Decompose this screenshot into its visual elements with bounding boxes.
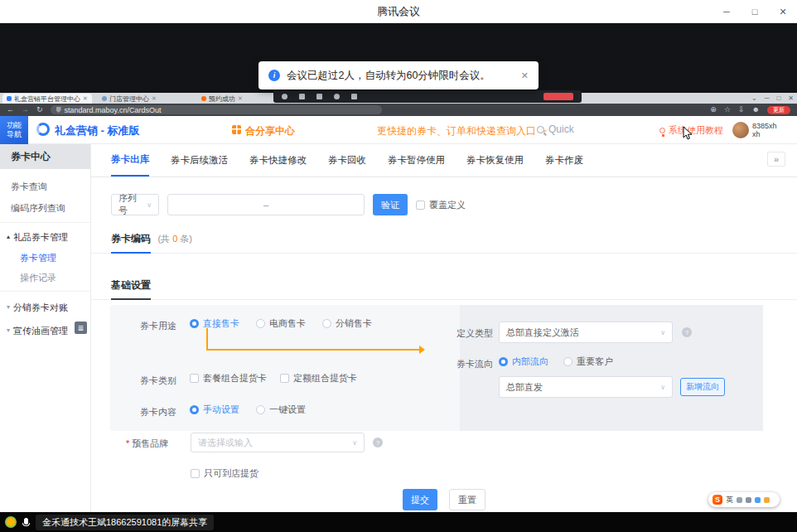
sidebar-item-operation-log[interactable]: 操作记录 [0, 268, 90, 288]
browser-tab-2[interactable]: 门店管理中心 ✕ [98, 94, 161, 104]
browser-tab-3[interactable]: 预约成功 ✕ [197, 94, 247, 104]
search-icon [537, 126, 544, 133]
minimize-button[interactable]: ─ [712, 0, 741, 23]
ime-logo-icon[interactable]: S [712, 495, 722, 505]
override-definition-checkbox[interactable]: 覆盖定义 [416, 199, 466, 211]
browser-minimize-icon[interactable]: ─ [765, 94, 770, 102]
browser-update-button[interactable]: 更新 [767, 106, 790, 114]
user-name-line2: xh [752, 130, 777, 138]
card-code-section-header: 券卡编码 (共 0 条) [91, 230, 797, 254]
ime-language-indicator[interactable]: 英 [726, 495, 733, 505]
radio-ecommerce-sale[interactable]: 电商售卡 [256, 317, 306, 330]
radio-internal-flow[interactable]: 内部流向 [499, 355, 548, 368]
sidebar-item-card-management[interactable]: 券卡管理 [0, 248, 90, 268]
tab-card-resume[interactable]: 券卡恢复使用 [466, 144, 524, 177]
browser-maximize-icon[interactable]: □ [776, 94, 780, 102]
skin-icon[interactable] [764, 497, 770, 503]
ime-toolbar: S 英 [708, 492, 780, 507]
close-button[interactable]: ✕ [769, 0, 797, 23]
tab-card-quick-edit[interactable]: 券卡快捷修改 [249, 144, 307, 177]
serial-select-value: 序列号 [118, 192, 142, 217]
favorites-star-icon[interactable]: ☆ [724, 106, 731, 114]
end-share-button[interactable] [543, 93, 573, 100]
function-nav-button[interactable]: 功能 导航 [0, 116, 28, 144]
sidebar-group-gift-card[interactable]: ▴ 礼品券卡管理 [0, 226, 90, 248]
mic-icon[interactable] [282, 94, 287, 99]
sidebar-collapse-toggle[interactable]: ≣ [75, 322, 87, 334]
browser-close-icon[interactable]: ✕ [788, 94, 794, 102]
define-type-select[interactable]: 总部直接定义激活 ∨ [499, 322, 673, 343]
count-prefix: (共 [157, 234, 172, 244]
user-avatar[interactable] [732, 122, 749, 138]
url-field[interactable]: standard.maboy.cn/CardsOut [51, 105, 382, 114]
submit-button[interactable]: 提交 [403, 489, 437, 510]
share-center-link[interactable]: 合分享中心 [245, 124, 295, 138]
tab-close-icon[interactable]: ✕ [238, 95, 243, 102]
radio-manual-setup[interactable]: 手动设置 [190, 404, 239, 416]
flow-select-value: 总部直发 [506, 381, 543, 394]
checkbox-combo-pickup-card[interactable]: 套餐组合提货卡 [190, 372, 267, 384]
radio-important-customer[interactable]: 重要客户 [563, 355, 613, 368]
checkbox-icon [280, 374, 289, 383]
sidebar-item-serial-query[interactable]: 编码序列查询 [0, 197, 90, 219]
caret-down-icon: ∨ [147, 201, 152, 209]
site-security-icon [56, 107, 61, 113]
radio-one-click-setup[interactable]: 一键设置 [256, 404, 306, 416]
members-icon[interactable] [334, 94, 340, 99]
presale-brand-select[interactable]: 请选择或输入 ∨ [191, 433, 365, 452]
profile-icon[interactable]: ☻ [752, 106, 760, 114]
chat-icon[interactable] [351, 94, 357, 99]
toolbox-icon[interactable] [755, 497, 761, 503]
browser-tab-1[interactable]: 礼盒营销平台管理中心 ✕ [2, 94, 92, 104]
tab-close-icon[interactable]: ✕ [152, 95, 157, 102]
tencent-meeting-window: 腾讯会议 ─ □ ✕ 礼盒营销平台管理中心 ✕ [0, 0, 797, 532]
collapse-panel-button[interactable]: » [767, 152, 785, 167]
sidebar-item-card-query[interactable]: 券卡查询 [0, 176, 90, 197]
back-icon[interactable]: ← [7, 106, 14, 114]
serial-type-select[interactable]: 序列号 ∨ [111, 194, 159, 215]
radio-selected-icon [190, 319, 199, 328]
forward-icon[interactable]: → [22, 106, 29, 114]
sidebar-group-distribution[interactable]: ▾ 分销券卡对账 [0, 297, 90, 318]
verify-button[interactable]: 验证 [373, 194, 408, 215]
tab-card-recycle[interactable]: 券卡回收 [328, 144, 366, 177]
refresh-icon[interactable]: ↻ [36, 106, 43, 114]
add-flow-button[interactable]: 新增流向 [680, 378, 725, 396]
help-icon[interactable]: ? [373, 438, 383, 447]
tab-card-suspend[interactable]: 券卡暂停使用 [388, 144, 445, 177]
tab-basic-settings[interactable]: 基础设置 [111, 278, 151, 300]
section-title: 券卡编码 [111, 232, 151, 254]
radio-distribution-sale[interactable]: 分销售卡 [322, 317, 372, 330]
radio-icon [256, 319, 265, 328]
quick-search-label: Quick [548, 123, 574, 135]
tab-card-void[interactable]: 券卡作废 [545, 144, 583, 177]
keyboard-icon[interactable] [746, 497, 751, 503]
flow-label: 券卡流向 [430, 358, 493, 370]
tab-card-activate[interactable]: 券卡后续激活 [171, 144, 228, 177]
checkbox-label: 套餐组合提货卡 [203, 372, 267, 384]
zoom-icon[interactable]: ⊕ [710, 106, 717, 114]
camera-icon[interactable] [299, 94, 305, 99]
checkbox-fixed-combo-pickup-card[interactable]: 定额组合提货卡 [280, 372, 357, 384]
radio-direct-sale[interactable]: 直接售卡 [190, 317, 239, 330]
promo-text: 更快捷的券卡、订单和快递查询入口 [377, 124, 536, 138]
toast-close-icon[interactable]: ✕ [521, 70, 529, 81]
help-icon[interactable]: ? [682, 327, 692, 337]
store-only-checkbox[interactable]: 只可到店提货 [191, 467, 258, 480]
quick-search[interactable]: Quick [537, 123, 574, 135]
tab-card-outbound[interactable]: 券卡出库 [111, 144, 149, 177]
promo-entry-link[interactable]: 更快捷的券卡、订单和快递查询入口 ☞ [377, 124, 548, 138]
share-screen-icon[interactable] [316, 94, 322, 99]
flow-select[interactable]: 总部直发 ∨ [499, 376, 673, 398]
tab-menu-icon[interactable]: ⌄ [751, 94, 757, 102]
lightbulb-icon [659, 128, 665, 133]
handwriting-icon[interactable] [737, 497, 742, 503]
microphone-icon[interactable] [22, 518, 30, 526]
code-range-input[interactable]: – [167, 194, 365, 215]
maximize-button[interactable]: □ [741, 0, 769, 23]
tab-close-icon[interactable]: ✕ [83, 95, 88, 102]
window-controls: ─ □ ✕ [712, 0, 797, 23]
download-icon[interactable]: ⇩ [738, 106, 745, 114]
reset-button[interactable]: 重置 [449, 489, 485, 510]
tab-title: 礼盒营销平台管理中心 [14, 94, 80, 104]
